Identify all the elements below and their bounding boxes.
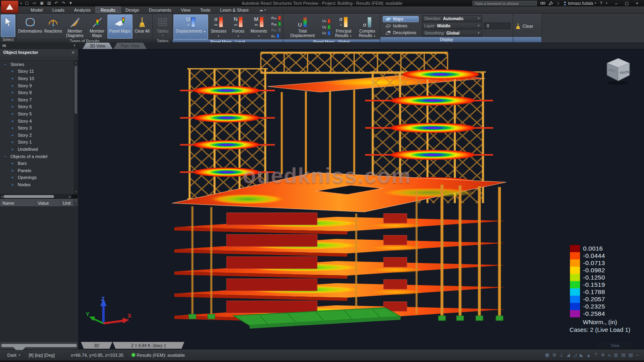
ribbon-tab[interactable]: Documents: [144, 6, 176, 13]
panel-close-icon[interactable]: ✕: [72, 50, 75, 55]
help-caret-icon[interactable]: ▼: [605, 2, 608, 4]
principal-results-button[interactable]: σ1 Principal Results ▼: [332, 14, 356, 39]
minimize-button[interactable]: –: [611, 0, 621, 6]
view-tab[interactable]: 3D View: [83, 43, 113, 49]
tree-item[interactable]: − Stories: [0, 61, 78, 68]
property-horizontal-scrollbar[interactable]: [0, 342, 78, 349]
tree-expander-icon[interactable]: +: [10, 83, 14, 88]
tree-expander-icon[interactable]: +: [10, 140, 14, 144]
ribbon-tab[interactable]: Analysis: [69, 6, 95, 13]
tree-expander-icon[interactable]: +: [10, 168, 14, 173]
tree-expander-icon[interactable]: −: [3, 62, 7, 67]
tree-item[interactable]: + Panels: [0, 167, 78, 174]
view-cube[interactable]: LEFT FRONT: [602, 54, 634, 86]
statusbar-icon[interactable]: ▤: [621, 352, 625, 358]
autodesk-app-button[interactable]: [1, 0, 19, 13]
ribbon-tab[interactable]: Results: [95, 6, 121, 13]
app-menu-caret-icon[interactable]: ▼: [20, 2, 23, 5]
tree-item[interactable]: + Undefined: [0, 146, 78, 153]
member-maps-button[interactable]: Member Maps: [87, 14, 107, 39]
units-display[interactable]: [ft] [kip] [Deg]: [25, 353, 59, 358]
cloud-menu-button[interactable]: ☁ ▼: [259, 6, 266, 13]
reactions-button[interactable]: Reactions: [43, 14, 63, 39]
tree-expander-icon[interactable]: +: [10, 175, 14, 180]
tab-story-level[interactable]: Z = 9.84 ft - Story 1: [113, 342, 184, 349]
theme-selector[interactable]: Dark▼: [3, 353, 25, 358]
mini-result-button[interactable]: Kz: [271, 33, 281, 39]
member-diagrams-button[interactable]: Member Diagrams: [63, 14, 87, 39]
total-displacement-button[interactable]: U Total Displacement: [284, 14, 321, 39]
ribbon-tab[interactable]: Design: [121, 6, 144, 13]
undo-icon[interactable]: ↶: [55, 0, 58, 6]
statusbar-icon[interactable]: ◿: [573, 352, 576, 358]
view-label-tab[interactable]: View: [597, 343, 633, 349]
view-tab[interactable]: Plan View: [114, 43, 147, 49]
statusbar-icon[interactable]: ◢: [566, 352, 570, 358]
tree-item[interactable]: + Story 3: [0, 124, 78, 132]
direction-dropdown[interactable]: Direction: Automatic ▼: [422, 15, 482, 22]
tree-expander-icon[interactable]: −: [3, 154, 7, 159]
redo-icon[interactable]: ↷: [62, 0, 65, 6]
column-name[interactable]: Name: [0, 200, 35, 206]
tree-item[interactable]: + Story 5: [0, 110, 78, 117]
tree-item[interactable]: − Objects of a model: [0, 153, 78, 160]
tree-expander-icon[interactable]: +: [10, 111, 14, 116]
tree-expander-icon[interactable]: +: [10, 147, 14, 152]
tree-expander-icon[interactable]: +: [10, 182, 14, 187]
search-input[interactable]: [473, 1, 537, 6]
qat-customize-caret-icon[interactable]: ▼: [69, 0, 73, 6]
tree-expander-icon[interactable]: +: [10, 133, 14, 138]
3d-canvas[interactable]: ouedkniss.com LEFT FRONT Z: [78, 49, 644, 349]
statusbar-icon[interactable]: ▧: [629, 352, 633, 358]
mini-displacement-button[interactable]: Ux: [322, 19, 330, 24]
tree-item[interactable]: + Story 9: [0, 82, 78, 89]
column-unit[interactable]: Unit: [60, 200, 74, 206]
statusbar-icon[interactable]: ─: [636, 353, 639, 358]
mini-result-button[interactable]: Ryy: [271, 21, 281, 27]
statusbar-icon[interactable]: ◣: [580, 352, 583, 358]
mini-result-button[interactable]: Rzz: [271, 27, 281, 33]
select-tool-button[interactable]: [1, 14, 15, 37]
tree-expander-icon[interactable]: +: [10, 119, 14, 123]
clear-all-button[interactable]: Clear All: [132, 14, 152, 39]
column-value[interactable]: Value: [35, 200, 60, 206]
tree-expander-icon[interactable]: +: [10, 69, 14, 74]
tree-expander-icon[interactable]: +: [10, 90, 14, 95]
layer-number-field[interactable]: 0: [484, 23, 510, 29]
moments-button[interactable]: Mxx Moments ▼: [248, 14, 270, 39]
tables-button[interactable]: Tables ▼: [154, 14, 171, 39]
forces-button[interactable]: Nxx Forces ▼: [229, 14, 248, 39]
ribbon-tab[interactable]: Loads: [47, 6, 69, 13]
isolines-toggle[interactable]: Isolines: [383, 23, 419, 29]
smoothing-dropdown[interactable]: Smoothing: Global ▼: [422, 30, 482, 36]
mini-result-button[interactable]: Rxx: [271, 15, 281, 21]
mini-displacement-button[interactable]: Uz: [322, 31, 330, 36]
tree-item[interactable]: + Story 11: [0, 68, 78, 75]
maps-toggle[interactable]: Maps: [383, 16, 419, 22]
tree-expander-icon[interactable]: +: [10, 161, 14, 166]
close-button[interactable]: ×: [632, 0, 642, 6]
statusbar-icon[interactable]: ⊥: [559, 352, 564, 358]
tree-expander-icon[interactable]: +: [10, 76, 14, 81]
save-as-icon[interactable]: ▤: [47, 0, 51, 6]
tree-item[interactable]: + Story 6: [0, 103, 78, 111]
tree-item[interactable]: + Story 2: [0, 132, 78, 139]
favorites-star-icon[interactable]: ☆: [556, 1, 560, 6]
tree-item[interactable]: + Nodes: [0, 181, 78, 188]
statusbar-icon[interactable]: ≡: [608, 353, 611, 358]
tree-item[interactable]: + Story 1: [0, 139, 78, 146]
displacements-button[interactable]: Uz Displacements ▼: [173, 14, 208, 39]
statusbar-icon[interactable]: ▥: [614, 352, 618, 358]
stresses-button[interactable]: σxx Stresses ▼: [208, 14, 229, 39]
tree-item[interactable]: + Story 10: [0, 75, 78, 82]
tree-item[interactable]: + Story 4: [0, 117, 78, 125]
panel-maps-button[interactable]: Panel Maps: [107, 14, 132, 39]
ribbon-tab[interactable]: Tools: [195, 6, 215, 13]
complex-results-button[interactable]: σ Complex Results ▼: [356, 14, 379, 39]
ribbon-tab[interactable]: Model: [26, 6, 47, 13]
maximize-button[interactable]: ▢: [621, 0, 632, 6]
user-account-button[interactable]: tomasz.fudala ▼: [563, 1, 597, 6]
save-icon[interactable]: ▣: [40, 0, 43, 6]
search-binoculars-icon[interactable]: [540, 1, 545, 5]
statusbar-icon[interactable]: ⊤: [594, 352, 598, 358]
